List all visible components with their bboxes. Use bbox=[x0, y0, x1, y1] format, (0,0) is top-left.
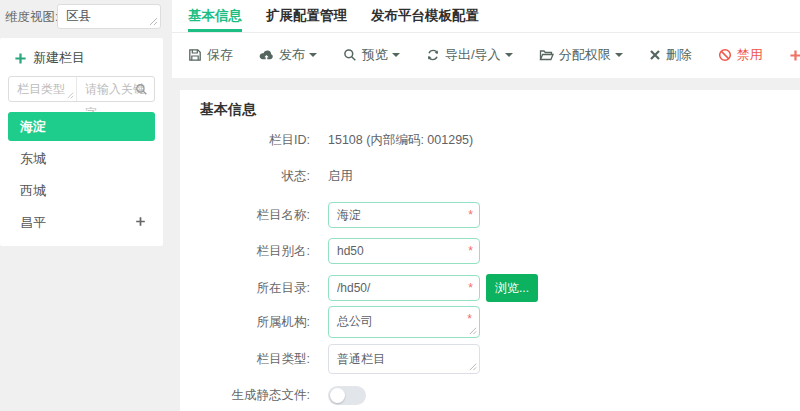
tab-basic-info[interactable]: 基本信息 bbox=[188, 0, 242, 32]
assign-permission-label: 分配权限 bbox=[559, 46, 611, 64]
preview-button[interactable]: 预览 bbox=[343, 46, 400, 64]
column-type-placeholder: 栏目类型 bbox=[17, 82, 65, 96]
list-item-label: 昌平 bbox=[20, 215, 46, 230]
dimension-bar: 维度视图: 区县 bbox=[0, 0, 170, 32]
publish-label: 发布 bbox=[279, 46, 305, 64]
keyword-search-input[interactable]: 请输入关键字 bbox=[77, 77, 154, 101]
resize-grip-icon[interactable] bbox=[468, 362, 477, 371]
list-item-dongcheng[interactable]: 东城 bbox=[8, 144, 155, 173]
field-label: 所属机构: bbox=[200, 314, 310, 331]
column-filter-group: 栏目类型 请输入关键字 bbox=[8, 76, 155, 102]
preview-label: 预览 bbox=[362, 46, 388, 64]
dimension-view-select[interactable]: 区县 bbox=[57, 4, 161, 29]
save-label: 保存 bbox=[207, 46, 233, 64]
organization-value: 总公司 bbox=[337, 314, 373, 328]
plus-icon bbox=[14, 52, 27, 65]
list-item-changping[interactable]: 昌平 bbox=[8, 208, 155, 237]
list-item-label: 西城 bbox=[20, 183, 46, 198]
plus-icon bbox=[789, 49, 800, 62]
field-label: 生成静态文件: bbox=[200, 387, 310, 404]
field-row-status: 状态: 启用 bbox=[200, 168, 800, 185]
delete-x-icon bbox=[649, 49, 661, 61]
save-icon bbox=[188, 48, 202, 62]
basic-info-form: 基本信息 栏目ID: 15108 (内部编码: 001295) 状态: 启用 栏… bbox=[180, 90, 800, 411]
column-name-input[interactable] bbox=[328, 202, 480, 228]
save-button[interactable]: 保存 bbox=[188, 46, 233, 64]
cloud-upload-icon bbox=[259, 48, 274, 62]
field-row-column-type: 栏目类型: 普通栏目 bbox=[200, 344, 800, 374]
new-column-label: 新建栏目 bbox=[33, 49, 85, 67]
column-id-value: 15108 (内部编码: 001295) bbox=[328, 132, 473, 149]
column-tree-sidebar: 新建栏目 栏目类型 请输入关键字 海淀 东城 西城 昌平 bbox=[0, 38, 163, 246]
column-type-select[interactable]: 栏目类型 bbox=[9, 77, 77, 101]
directory-input[interactable] bbox=[328, 275, 480, 301]
disable-label: 禁用 bbox=[737, 46, 763, 64]
required-asterisk: * bbox=[468, 209, 473, 221]
column-type-value: 普通栏目 bbox=[337, 352, 385, 366]
chevron-down-icon bbox=[392, 53, 400, 61]
new-similar-button[interactable]: 类似新建 bbox=[789, 46, 800, 64]
dimension-view-label: 维度视图: bbox=[5, 9, 58, 26]
field-row-directory: 所在目录: * 浏览... bbox=[200, 274, 800, 302]
publish-button[interactable]: 发布 bbox=[259, 46, 317, 64]
field-row-organization: 所属机构: 总公司 * bbox=[200, 306, 800, 338]
column-type-textarea[interactable]: 普通栏目 bbox=[328, 344, 480, 374]
directory-box: * bbox=[328, 275, 480, 301]
import-export-button[interactable]: 导出/导入 bbox=[426, 46, 513, 64]
field-label: 栏目名称: bbox=[200, 207, 310, 224]
organization-textarea[interactable]: 总公司 * bbox=[328, 306, 480, 338]
resize-grip-icon bbox=[66, 91, 74, 99]
field-label: 栏目ID: bbox=[200, 132, 310, 149]
chevron-down-icon bbox=[505, 53, 513, 61]
browse-button[interactable]: 浏览... bbox=[486, 274, 538, 302]
column-alias-box: * bbox=[328, 238, 480, 264]
field-row-static-file: 生成静态文件: bbox=[200, 386, 800, 405]
field-label: 栏目别名: bbox=[200, 243, 310, 260]
chevron-down-icon bbox=[615, 53, 623, 61]
disable-button[interactable]: 禁用 bbox=[718, 46, 763, 64]
required-asterisk: * bbox=[468, 282, 473, 294]
chevron-down-icon bbox=[309, 53, 317, 61]
assign-permission-button[interactable]: 分配权限 bbox=[539, 46, 623, 64]
required-asterisk: * bbox=[467, 313, 472, 325]
toggle-knob bbox=[330, 388, 345, 403]
list-item-label: 东城 bbox=[20, 151, 46, 166]
section-title: 基本信息 bbox=[200, 101, 256, 119]
toolbar: 保存 发布 预览 导出/导入 分配权限 删除 禁用 bbox=[172, 33, 800, 77]
expand-plus-icon[interactable] bbox=[135, 216, 146, 227]
column-alias-input[interactable] bbox=[328, 238, 480, 264]
dimension-view-value: 区县 bbox=[66, 9, 91, 23]
search-icon[interactable] bbox=[135, 83, 148, 96]
search-icon bbox=[343, 48, 357, 62]
tab-bar: 基本信息 扩展配置管理 发布平台模板配置 bbox=[172, 0, 800, 33]
field-label: 栏目类型: bbox=[200, 351, 310, 368]
list-item-haidian[interactable]: 海淀 bbox=[8, 112, 155, 141]
main-header-panel: 基本信息 扩展配置管理 发布平台模板配置 保存 发布 预览 导出/导入 分配权限 bbox=[172, 0, 800, 78]
field-label: 状态: bbox=[200, 168, 310, 185]
column-name-box: * bbox=[328, 202, 480, 228]
list-item-xicheng[interactable]: 西城 bbox=[8, 176, 155, 205]
import-export-label: 导出/导入 bbox=[445, 46, 501, 64]
field-row-column-name: 栏目名称: * bbox=[200, 202, 800, 228]
required-asterisk: * bbox=[468, 245, 473, 257]
resize-grip-icon[interactable] bbox=[468, 326, 477, 335]
status-value: 启用 bbox=[328, 168, 353, 185]
refresh-icon bbox=[426, 48, 440, 62]
static-file-toggle[interactable] bbox=[328, 386, 366, 405]
folder-open-icon bbox=[539, 48, 554, 62]
field-row-column-alias: 栏目别名: * bbox=[200, 238, 800, 264]
ban-icon bbox=[718, 48, 732, 62]
tab-extended-config[interactable]: 扩展配置管理 bbox=[266, 0, 347, 32]
delete-button[interactable]: 删除 bbox=[649, 46, 692, 64]
district-list: 海淀 东城 西城 昌平 bbox=[8, 112, 155, 240]
delete-label: 删除 bbox=[666, 46, 692, 64]
new-column-button[interactable]: 新建栏目 bbox=[14, 49, 85, 67]
field-row-column-id: 栏目ID: 15108 (内部编码: 001295) bbox=[200, 132, 800, 149]
field-label: 所在目录: bbox=[200, 280, 310, 297]
list-item-label: 海淀 bbox=[20, 119, 46, 134]
tab-publish-template[interactable]: 发布平台模板配置 bbox=[371, 0, 479, 32]
resize-grip-icon bbox=[148, 16, 158, 26]
